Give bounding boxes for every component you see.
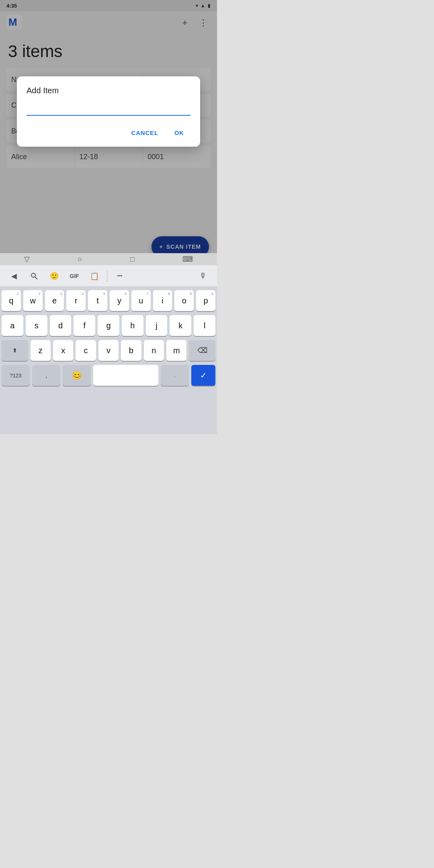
key-w[interactable]: w2: [23, 290, 43, 311]
key-l[interactable]: l: [194, 315, 215, 336]
key-n[interactable]: n: [144, 340, 164, 361]
space-key[interactable]: [93, 365, 158, 386]
item-name-input[interactable]: [27, 103, 190, 116]
navigation-bar: ▽ ○ □ ⌨: [0, 253, 217, 265]
key-p[interactable]: p0: [196, 290, 215, 311]
period-key[interactable]: .: [161, 365, 189, 386]
dialog-title: Add Item: [27, 86, 190, 95]
svg-line-3: [35, 277, 37, 279]
keyboard-mic-button[interactable]: 🎙: [194, 268, 212, 284]
key-b[interactable]: b: [121, 340, 141, 361]
num-key[interactable]: ?123: [2, 365, 30, 386]
key-y[interactable]: y6: [110, 290, 129, 311]
keyboard-search-button[interactable]: [25, 268, 43, 284]
comma-key[interactable]: ,: [32, 365, 60, 386]
keyboard-gif-button[interactable]: GIF: [65, 268, 84, 284]
nav-recents-button[interactable]: □: [130, 255, 135, 264]
key-a[interactable]: a: [2, 315, 23, 336]
keyboard-sticker-button[interactable]: 🙂: [45, 268, 63, 284]
dialog-actions: CANCEL OK: [27, 125, 190, 140]
keyboard-rows: q1 w2 e3 r4 t5 y6 u7 i8 o9 p0 a s d f g …: [0, 287, 217, 386]
key-m[interactable]: m: [166, 340, 186, 361]
key-k[interactable]: k: [170, 315, 191, 336]
keyboard-row-2: a s d f g h j k l: [2, 315, 215, 336]
emoji-key[interactable]: 😊: [63, 365, 91, 386]
key-x[interactable]: x: [53, 340, 73, 361]
key-e[interactable]: e3: [45, 290, 64, 311]
keyboard-more-button[interactable]: •••: [111, 268, 129, 284]
key-s[interactable]: s: [26, 315, 47, 336]
dialog-input-wrap: [27, 103, 190, 116]
nav-home-button[interactable]: ○: [78, 255, 82, 264]
toolbar-separator: [107, 270, 107, 282]
shift-key[interactable]: ⬆: [2, 340, 28, 361]
backspace-key[interactable]: ⌫: [189, 340, 215, 361]
keyboard-clipboard-button[interactable]: 📋: [85, 268, 104, 284]
key-h[interactable]: h: [122, 315, 143, 336]
key-q[interactable]: q1: [2, 290, 21, 311]
key-z[interactable]: z: [31, 340, 51, 361]
nav-back-button[interactable]: ▽: [24, 255, 30, 264]
soft-keyboard: ◀ 🙂 GIF 📋 ••• 🎙 q1 w2 e3 r4 t5 y6 u7 i8 …: [0, 265, 217, 434]
key-u[interactable]: u7: [131, 290, 151, 311]
key-i[interactable]: i8: [153, 290, 172, 311]
keyboard-row-1: q1 w2 e3 r4 t5 y6 u7 i8 o9 p0: [2, 290, 215, 311]
key-t[interactable]: t5: [88, 290, 107, 311]
keyboard-toolbar: ◀ 🙂 GIF 📋 ••• 🎙: [0, 265, 217, 287]
keyboard-back-button[interactable]: ◀: [5, 268, 23, 284]
keyboard-row-4: ?123 , 😊 . ✓: [2, 365, 215, 386]
key-r[interactable]: r4: [66, 290, 86, 311]
cancel-button[interactable]: CANCEL: [125, 125, 165, 140]
add-item-dialog: Add Item CANCEL OK: [17, 76, 200, 147]
key-g[interactable]: g: [98, 315, 119, 336]
key-o[interactable]: o9: [174, 290, 194, 311]
key-d[interactable]: d: [50, 315, 72, 336]
key-c[interactable]: c: [76, 340, 96, 361]
ok-button[interactable]: OK: [168, 125, 190, 140]
svg-point-2: [31, 273, 35, 277]
key-v[interactable]: v: [98, 340, 119, 361]
enter-key[interactable]: ✓: [191, 365, 215, 386]
nav-keyboard-button[interactable]: ⌨: [182, 255, 193, 264]
key-f[interactable]: f: [74, 315, 95, 336]
key-j[interactable]: j: [146, 315, 168, 336]
keyboard-row-3: ⬆ z x c v b n m ⌫: [2, 340, 215, 361]
